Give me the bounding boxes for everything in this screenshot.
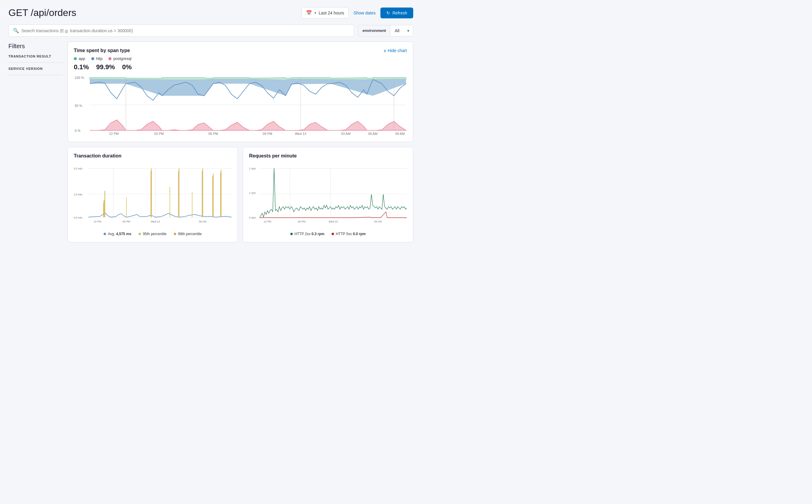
dur-x-wed13: Wed 13: [151, 220, 160, 223]
legend-psql: postgresql: [108, 56, 131, 61]
search-icon: 🔍: [13, 28, 19, 33]
service-version-label: SERVICE VERSION: [8, 67, 63, 70]
req-x-6pm: 06 PM: [298, 220, 305, 223]
legend-http5xx-label: HTTP 5xx 0.0 rpm: [336, 232, 365, 236]
y-label-100: 100 %: [75, 76, 84, 79]
req-y-mid: 1 rpm: [249, 191, 256, 194]
x-label-wed13: Wed 13: [295, 132, 306, 135]
legend-dot-http: [91, 57, 94, 60]
legend-app: app: [74, 56, 85, 61]
legend-dot-psql: [108, 57, 111, 60]
chevron-up-icon: ∨: [383, 48, 386, 53]
filter-divider-1: [8, 62, 63, 63]
bottom-charts-row: Transaction duration 5.0 min 2.5 min 0.0…: [67, 147, 413, 242]
span-chart-header: Time spent by span type ∨ Hide chart: [74, 48, 407, 53]
duration-legend: Avg. 4,575 ms 95th percentile 99th perce…: [74, 232, 232, 236]
filter-divider-2: [8, 75, 63, 75]
pct-http: 99.9%: [96, 63, 115, 71]
legend-95th-label: 95th percentile: [143, 232, 166, 236]
legend-avg: Avg. 4,575 ms: [104, 232, 131, 236]
dur-x-6pm: 06 PM: [123, 220, 130, 223]
legend-http2xx-label: HTTP 2xx 0.3 rpm: [294, 232, 324, 236]
psql-area: [90, 120, 406, 130]
dur-y-2.5: 2.5 min: [74, 193, 82, 196]
page-header: GET /api/orders 📅 ▾ Last 24 hours Show d…: [8, 7, 413, 18]
x-label-9pm: 09 PM: [263, 132, 272, 135]
http-2xx-line: [260, 168, 407, 218]
legend-http: http: [91, 56, 103, 61]
page-title: GET /api/orders: [8, 7, 76, 18]
transaction-result-label: TRANSACTION RESULT: [8, 54, 63, 58]
dur-y-0: 0.0 min: [74, 216, 82, 219]
span-chart-svg: 100 % 50 % 0 %: [74, 75, 407, 135]
main-layout: Filters TRANSACTION RESULT SERVICE VERSI…: [8, 42, 413, 242]
span-chart-legend: app http postgresql: [74, 56, 407, 61]
x-label-6pm: 06 PM: [208, 132, 218, 135]
x-label-12pm: 12 PM: [109, 132, 119, 135]
req-x-6am: 06 AM: [374, 220, 382, 223]
pct-app: 0.1%: [74, 63, 89, 71]
legend-http2xx: HTTP 2xx 0.3 rpm: [290, 232, 324, 236]
time-range-label: Last 24 hours: [319, 11, 344, 15]
req-y-bot: 0 rpm: [249, 216, 256, 219]
dur-y-5: 5.0 min: [74, 167, 82, 170]
legend-avg-label: Avg. 4,575 ms: [108, 232, 131, 236]
legend-http5xx: HTTP 5xx 0.0 rpm: [331, 232, 365, 236]
requests-chart-title: Requests per minute: [249, 153, 297, 159]
dot-avg: [104, 233, 106, 235]
legend-99th-label: 99th percentile: [178, 232, 202, 236]
req-y-top: 1 rpm: [249, 167, 256, 170]
hide-chart-label: Hide chart: [387, 48, 407, 53]
search-input[interactable]: [21, 28, 350, 33]
y-label-50: 50 %: [75, 104, 82, 107]
x-label-6am: 06 AM: [368, 132, 377, 135]
sidebar: Filters TRANSACTION RESULT SERVICE VERSI…: [8, 42, 63, 242]
legend-95th: 95th percentile: [138, 232, 166, 236]
legend-label-http: http: [96, 56, 103, 61]
duration-card: Transaction duration 5.0 min 2.5 min 0.0…: [67, 147, 238, 242]
refresh-button[interactable]: ↻ Refresh: [380, 8, 413, 18]
dur-x-6am: 06 AM: [199, 220, 207, 223]
picker-chevron-icon: ▾: [314, 11, 316, 15]
req-x-12pm: 12 PM: [264, 220, 271, 223]
env-chevron-icon[interactable]: ▾: [403, 25, 413, 36]
requests-chart-svg: 1 rpm 1 rpm 0 rpm 12 PM 06 PM: [249, 162, 407, 228]
env-filter-value: All: [390, 25, 403, 36]
refresh-icon: ↻: [386, 11, 390, 15]
header-controls: 📅 ▾ Last 24 hours Show dates ↻ Refresh: [301, 7, 413, 18]
x-label-3pm: 03 PM: [154, 132, 164, 135]
duration-chart-title: Transaction duration: [74, 153, 121, 159]
dot-http5xx: [331, 233, 334, 235]
hide-chart-button[interactable]: ∨ Hide chart: [383, 48, 407, 53]
span-type-card: Time spent by span type ∨ Hide chart app…: [67, 42, 413, 142]
search-bar: 🔍: [8, 24, 354, 37]
http-area-fill: [90, 79, 406, 96]
search-row: 🔍 environment All ▾: [8, 24, 413, 37]
requests-legend: HTTP 2xx 0.3 rpm HTTP 5xx 0.0 rpm: [249, 232, 407, 236]
charts-area: Time spent by span type ∨ Hide chart app…: [67, 42, 413, 242]
req-x-wed13: Wed 13: [329, 220, 338, 223]
http-5xx-line: [260, 212, 407, 218]
span-chart-svg-container: 100 % 50 % 0 %: [74, 75, 407, 136]
requests-chart-header: Requests per minute: [249, 153, 407, 159]
dur-x-12pm: 12 PM: [94, 220, 101, 223]
duration-chart-svg: 5.0 min 2.5 min 0.0 min: [74, 162, 232, 228]
legend-dot-app: [74, 57, 77, 60]
x-label-3am: 03 AM: [341, 132, 350, 135]
time-range-picker[interactable]: 📅 ▾ Last 24 hours: [301, 7, 349, 18]
y-label-0: 0 %: [75, 129, 80, 132]
requests-card: Requests per minute 1 rpm 1 rpm 0 rpm: [243, 147, 413, 242]
legend-label-psql: postgresql: [113, 56, 131, 61]
pct-psql: 0%: [122, 63, 132, 71]
calendar-icon: 📅: [306, 10, 312, 16]
x-label-9am: 09 AM: [395, 132, 404, 135]
filters-title: Filters: [8, 43, 63, 50]
show-dates-button[interactable]: Show dates: [352, 8, 377, 18]
refresh-label: Refresh: [392, 11, 407, 15]
dot-http2xx: [290, 233, 293, 235]
span-chart-title: Time spent by span type: [74, 48, 130, 53]
span-percentages: 0.1% 99.9% 0%: [74, 63, 407, 71]
dot-95th: [138, 233, 141, 235]
dot-99th: [174, 233, 176, 235]
avg-line: [88, 213, 232, 217]
